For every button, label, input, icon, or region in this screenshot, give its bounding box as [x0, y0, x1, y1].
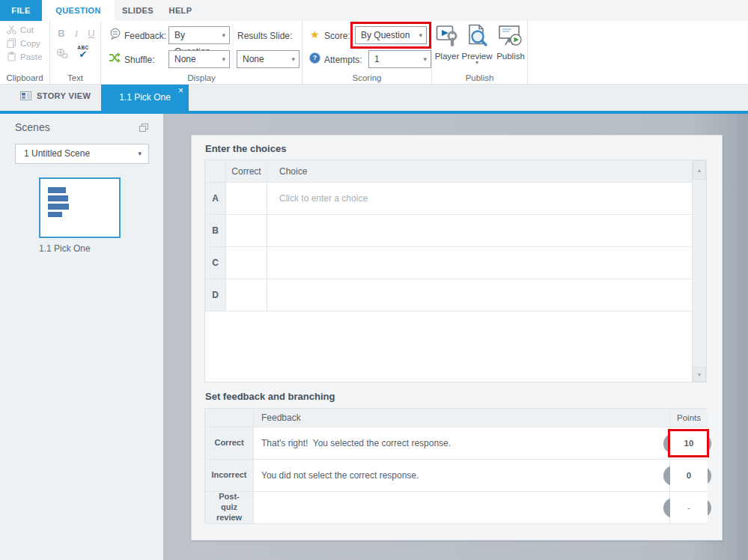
question-form-panel: Enter the choices Correct Choice A Click… — [191, 135, 723, 541]
group-label-scoring: Scoring — [302, 73, 431, 82]
choice-correct-cell[interactable] — [226, 215, 267, 247]
choices-header-corner — [205, 160, 226, 183]
chevron-down-icon: ▾ — [222, 27, 225, 43]
chevron-down-icon: ▾ — [419, 27, 422, 43]
shuffle-dropdown[interactable]: None ▾ — [168, 50, 230, 68]
tab-slides[interactable]: SLIDES — [115, 0, 161, 21]
scenes-sidebar: Scenes 1 Untitled Scene ▾ 1.1 Pick One — [0, 114, 163, 560]
feedback-label: Feedback: — [124, 31, 166, 41]
points-cell-incorrect[interactable]: 0 — [670, 460, 708, 492]
choice-row-label: D — [205, 279, 226, 311]
score-highlight-box: By Question ▾ — [350, 22, 431, 49]
feedback-header-corner — [205, 409, 254, 427]
display-divider — [233, 24, 234, 66]
paste-icon — [7, 52, 16, 61]
cut-button[interactable]: Cut — [7, 25, 34, 34]
scroll-up-icon[interactable]: ▲ — [693, 160, 706, 180]
chevron-down-icon: ▾ — [222, 51, 225, 67]
results-slide-label: Results Slide: — [237, 31, 292, 41]
storyline-question-editor: FILE QUESTION SLIDES HELP Cut Copy Paste… — [0, 0, 748, 560]
group-label-text: Text — [50, 73, 100, 82]
choice-text-cell[interactable] — [267, 215, 693, 247]
results-slide-dropdown[interactable]: None ▾ — [237, 50, 299, 68]
scroll-down-icon[interactable]: ▼ — [693, 367, 706, 382]
underline-button[interactable]: U — [86, 28, 97, 39]
preview-button[interactable]: Preview ▾ — [460, 24, 494, 65]
choice-row-label: A — [205, 183, 226, 215]
copy-button[interactable]: Copy — [7, 38, 40, 48]
feedback-row-label: Correct — [205, 427, 254, 460]
collapse-panel-icon[interactable] — [139, 124, 149, 133]
group-clipboard: Cut Copy Paste Clipboard — [0, 21, 50, 84]
feedback-header-points: Points — [670, 409, 708, 427]
attempts-label: Attempts: — [324, 55, 362, 65]
group-publish: Player Preview ▾ — [432, 21, 528, 84]
choice-text-cell[interactable] — [267, 247, 693, 279]
chevron-down-icon: ▾ — [423, 51, 427, 67]
chevron-down-icon: ▾ — [138, 144, 142, 163]
feedback-text-cell[interactable]: You did not select the correct response.… — [254, 460, 670, 492]
tab-story-view[interactable]: STORY VIEW — [20, 91, 91, 100]
copy-icon — [7, 38, 16, 48]
choices-table: Correct Choice A Click to enter a choice… — [204, 159, 707, 383]
scissors-icon — [7, 25, 16, 34]
choice-text-cell[interactable] — [267, 279, 693, 311]
thumb-bar — [48, 204, 69, 210]
feedback-icon — [109, 28, 121, 40]
thumb-bar — [48, 212, 62, 217]
feedback-text-cell[interactable]: MORE... — [254, 492, 670, 524]
player-button[interactable]: Player — [433, 24, 461, 61]
chevron-down-icon: ▾ — [291, 51, 295, 67]
paste-button[interactable]: Paste — [7, 52, 42, 61]
points-highlight-box — [668, 429, 709, 457]
choice-row-label: C — [205, 247, 226, 279]
bold-button[interactable]: B — [56, 28, 67, 39]
spellcheck-button[interactable]: ABC ✔ — [75, 46, 91, 59]
ribbon-tab-bar: FILE QUESTION SLIDES HELP — [0, 0, 748, 21]
choices-scrollbar[interactable]: ▲ ▼ — [692, 160, 706, 382]
tab-file[interactable]: FILE — [0, 0, 42, 21]
publish-button[interactable]: Publish — [494, 24, 527, 61]
feedback-row-label: Post-quiz review — [205, 492, 254, 524]
tab-question[interactable]: QUESTION — [42, 0, 115, 21]
close-icon[interactable]: × — [178, 86, 183, 95]
score-dropdown[interactable]: By Question ▾ — [355, 26, 427, 44]
feedback-dropdown[interactable]: By Question ▾ — [168, 26, 230, 44]
choices-header-correct: Correct — [226, 160, 267, 183]
tab-slide-pick-one[interactable]: 1.1 Pick One × — [101, 85, 189, 111]
hyperlink-button[interactable] — [56, 48, 69, 62]
feedback-header-feedback: Feedback — [254, 409, 670, 427]
choices-heading: Enter the choices — [205, 143, 286, 154]
attempts-dropdown[interactable]: 1 ▾ — [368, 50, 431, 68]
choice-text-cell[interactable]: Click to enter a choice — [267, 183, 693, 215]
choice-correct-cell[interactable] — [226, 279, 267, 311]
attempts-icon: ? — [309, 52, 320, 64]
choice-correct-cell[interactable] — [226, 183, 267, 215]
feedback-text-cell[interactable]: That's right! You selected the correct r… — [254, 427, 670, 460]
link-icon — [56, 48, 69, 59]
preview-icon — [464, 24, 490, 48]
slide-thumbnail[interactable] — [39, 177, 121, 238]
thumb-bar — [48, 187, 66, 193]
group-display: Feedback: By Question ▾ Shuffle: None ▾ … — [101, 21, 302, 84]
feedback-row-label: Incorrect — [205, 460, 254, 492]
slide-thumbnail-caption: 1.1 Pick One — [39, 243, 91, 254]
score-label: Score: — [324, 31, 350, 41]
shuffle-icon — [109, 52, 121, 64]
group-label-publish: Publish — [432, 73, 527, 82]
tab-help[interactable]: HELP — [161, 0, 200, 21]
italic-button[interactable]: I — [71, 28, 82, 40]
story-view-icon — [20, 91, 31, 100]
scene-selector[interactable]: 1 Untitled Scene ▾ — [15, 144, 149, 164]
scenes-title: Scenes — [15, 121, 50, 133]
document-tab-strip: STORY VIEW 1.1 Pick One × — [0, 85, 748, 114]
publish-icon — [498, 24, 523, 48]
points-cell-postquiz[interactable]: - — [670, 492, 708, 524]
ribbon: Cut Copy Paste Clipboard B I U ABC ✔ — [0, 21, 748, 85]
choice-correct-cell[interactable] — [226, 247, 267, 279]
feedback-heading: Set feedback and branching — [205, 391, 335, 402]
group-label-clipboard: Clipboard — [0, 73, 49, 82]
group-text: B I U ABC ✔ Text — [50, 21, 101, 84]
group-scoring: ★ Score: By Question ▾ ? Attempts: 1 ▾ S… — [302, 21, 432, 84]
group-label-display: Display — [101, 73, 302, 82]
